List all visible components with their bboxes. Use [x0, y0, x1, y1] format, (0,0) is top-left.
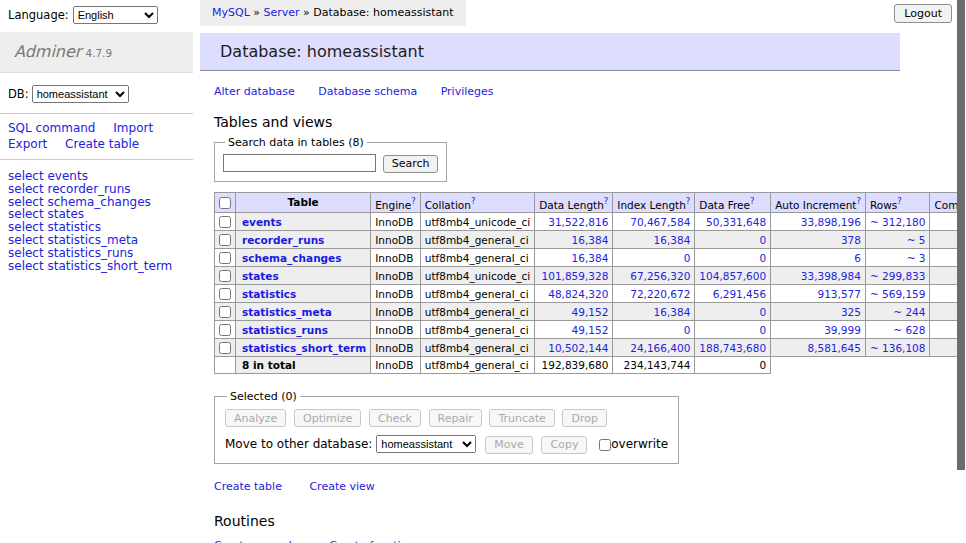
row-checkbox[interactable]	[219, 288, 231, 300]
data-length-link[interactable]: 101,859,328	[542, 270, 609, 282]
sidebar-link-sql-command[interactable]: SQL command	[8, 121, 95, 135]
rows-count-link[interactable]: ~ 299,833	[870, 270, 926, 282]
sidebar-item-select-events[interactable]: select events	[8, 170, 193, 183]
row-checkbox[interactable]	[219, 216, 231, 228]
row-checkbox[interactable]	[219, 306, 231, 318]
page-title: Database: homeassistant	[200, 33, 900, 71]
help-icon[interactable]: ?	[411, 196, 416, 206]
auto-increment-link[interactable]: 325	[841, 306, 861, 318]
overwrite-checkbox[interactable]	[599, 439, 611, 451]
logout-button[interactable]: Logout	[894, 4, 952, 23]
auto-increment-link[interactable]: 378	[841, 234, 861, 246]
table-name-link[interactable]: statistics_runs	[242, 324, 328, 336]
table-name-link[interactable]: states	[242, 270, 279, 282]
rows-count-link[interactable]: ~ 5	[907, 234, 926, 246]
data-free-link[interactable]: 0	[759, 324, 766, 336]
table-name-link[interactable]: schema_changes	[242, 252, 342, 264]
sidebar-link-import[interactable]: Import	[113, 121, 153, 135]
sidebar-item-select-statistics-runs[interactable]: select statistics_runs	[8, 247, 193, 260]
row-checkbox[interactable]	[219, 324, 231, 336]
scrollbar-thumb[interactable]	[957, 0, 965, 470]
language-select[interactable]: English	[73, 6, 158, 24]
auto-increment-link[interactable]: 33,898,196	[801, 216, 861, 228]
privileges-link[interactable]: Privileges	[441, 85, 494, 98]
data-free-link[interactable]: 50,331,648	[706, 216, 766, 228]
auto-increment-link[interactable]: 8,581,645	[807, 342, 860, 354]
table-name-link[interactable]: events	[242, 216, 282, 228]
index-length-link[interactable]: 70,467,584	[630, 216, 690, 228]
rows-count-link[interactable]: ~ 244	[893, 306, 925, 318]
sidebar-link-create-table[interactable]: Create table	[65, 137, 139, 151]
table-name-link[interactable]: recorder_runs	[242, 234, 324, 246]
help-icon[interactable]: ?	[686, 196, 691, 206]
data-free-link[interactable]: 188,743,680	[699, 342, 766, 354]
rows-count-link[interactable]: ~ 628	[893, 324, 925, 336]
data-free-link[interactable]: 0	[759, 252, 766, 264]
row-checkbox[interactable]	[219, 342, 231, 354]
index-length-link[interactable]: 0	[684, 324, 691, 336]
auto-increment-link[interactable]: 913,577	[818, 288, 861, 300]
search-button[interactable]: Search	[383, 155, 439, 173]
auto-increment-link[interactable]: 33,398,984	[801, 270, 861, 282]
data-length-link[interactable]: 16,384	[572, 234, 609, 246]
select-all-checkbox[interactable]	[219, 197, 231, 209]
table-name-link[interactable]: statistics_short_term	[242, 342, 366, 354]
help-icon[interactable]: ?	[750, 196, 755, 206]
index-length-link[interactable]: 24,166,400	[630, 342, 690, 354]
create-links: Create table Create view	[214, 480, 966, 493]
data-free-link[interactable]: 0	[759, 306, 766, 318]
rows-count-link[interactable]: ~ 136,108	[870, 342, 926, 354]
row-checkbox[interactable]	[219, 270, 231, 282]
data-free-link[interactable]: 104,857,600	[699, 270, 766, 282]
sidebar-item-select-statistics-short-term[interactable]: select statistics_short_term	[8, 260, 193, 273]
column-header-auto-increment: Auto Increment?	[771, 192, 866, 213]
engine-cell: InnoDB	[371, 339, 421, 357]
sidebar-item-select-statistics-meta[interactable]: select statistics_meta	[8, 234, 193, 247]
sidebar-item-select-recorder-runs[interactable]: select recorder_runs	[8, 183, 193, 196]
data-free-link[interactable]: 6,291,456	[713, 288, 766, 300]
alter-database-link[interactable]: Alter database	[214, 85, 295, 98]
create-function-link[interactable]: Create function	[329, 539, 414, 543]
rows-count-link[interactable]: ~ 3	[907, 252, 926, 264]
auto-increment-link[interactable]: 39,999	[824, 324, 861, 336]
rows-count-link[interactable]: ~ 312,180	[870, 216, 926, 228]
index-length-link[interactable]: 0	[684, 252, 691, 264]
breadcrumb-mysql-link[interactable]: MySQL	[212, 6, 250, 19]
table-name-link[interactable]: statistics_meta	[242, 306, 332, 318]
help-icon[interactable]: ?	[856, 196, 861, 206]
breadcrumb-server-link[interactable]: Server	[264, 6, 300, 19]
data-length-link[interactable]: 49,152	[572, 306, 609, 318]
help-icon[interactable]: ?	[471, 196, 476, 206]
scrollbar-track[interactable]	[957, 0, 966, 543]
index-length-link[interactable]: 67,256,320	[630, 270, 690, 282]
search-legend: Search data in tables (8)	[225, 136, 367, 149]
data-length-link[interactable]: 16,384	[572, 252, 609, 264]
data-length-link[interactable]: 31,522,816	[548, 216, 608, 228]
data-length-link[interactable]: 49,152	[572, 324, 609, 336]
rows-count-link[interactable]: ~ 569,159	[870, 288, 926, 300]
index-length-link[interactable]: 16,384	[654, 234, 691, 246]
sidebar-link-export[interactable]: Export	[8, 137, 47, 151]
create-table-link[interactable]: Create table	[214, 480, 282, 493]
app-logo[interactable]: Adminer	[14, 42, 81, 61]
total-collation: utf8mb4_general_ci	[420, 357, 534, 374]
help-icon[interactable]: ?	[897, 196, 902, 206]
tables-and-views-heading: Tables and views	[214, 114, 966, 130]
create-procedure-link[interactable]: Create procedure	[214, 539, 310, 543]
help-icon[interactable]: ?	[604, 196, 609, 206]
move-database-select[interactable]: homeassistant	[376, 435, 476, 453]
data-length-link[interactable]: 10,502,144	[548, 342, 608, 354]
auto-increment-link[interactable]: 6	[854, 252, 861, 264]
data-free-link[interactable]: 0	[759, 234, 766, 246]
table-name-link[interactable]: statistics	[242, 288, 296, 300]
search-input[interactable]	[223, 154, 376, 172]
create-view-link[interactable]: Create view	[309, 480, 374, 493]
database-schema-link[interactable]: Database schema	[318, 85, 417, 98]
row-checkbox[interactable]	[219, 234, 231, 246]
index-length-link[interactable]: 72,220,672	[630, 288, 690, 300]
data-length-link[interactable]: 48,824,320	[548, 288, 608, 300]
row-checkbox[interactable]	[219, 252, 231, 264]
breadcrumb: MySQL » Server » Database: homeassistant	[200, 0, 466, 26]
index-length-link[interactable]: 16,384	[654, 306, 691, 318]
db-select[interactable]: homeassistant	[32, 85, 129, 103]
